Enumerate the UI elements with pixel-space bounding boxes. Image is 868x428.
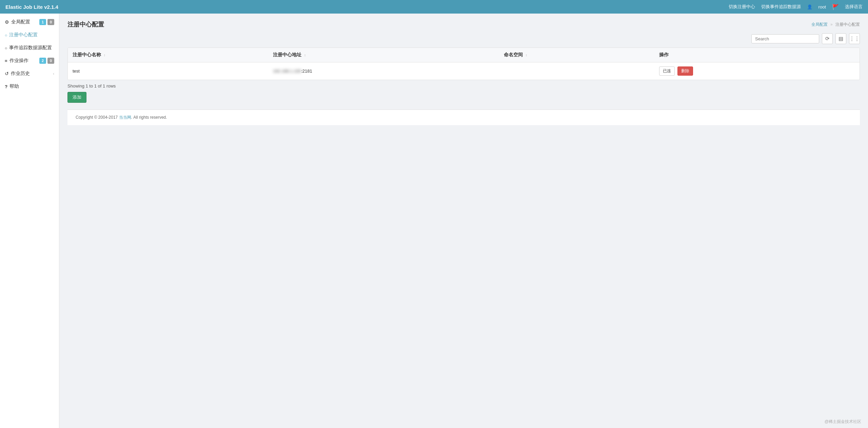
- sidebar-item-label: 事件追踪数据源配置: [9, 45, 52, 51]
- add-button[interactable]: 添加: [67, 92, 86, 103]
- breadcrumb-separator: »: [830, 22, 833, 27]
- cell-namespace: [499, 62, 654, 80]
- sidebar-item-registry-config[interactable]: 注册中心配置: [0, 28, 59, 41]
- page-title: 注册中心配置: [67, 20, 104, 28]
- table-header-row: 注册中心名称 ↕ 注册中心地址 ↕ 命名空间 ↕ 操作: [68, 48, 860, 62]
- copyright-text: Copyright © 2004-2017: [76, 115, 119, 120]
- sidebar-item-label: 作业历史: [11, 71, 30, 77]
- page-header: 注册中心配置 全局配置 » 注册中心配置: [67, 20, 860, 28]
- cell-actions: 已连 删除: [654, 62, 860, 80]
- data-table: 注册中心名称 ↕ 注册中心地址 ↕ 命名空间 ↕ 操作: [67, 47, 860, 80]
- sidebar-item-label: 作业操作: [9, 58, 28, 64]
- footer: Copyright © 2004-2017 当当网. All rights re…: [67, 110, 860, 125]
- topnav-right: 切换注册中心 切换事件追踪数据源 👤 root 🚩 选择语言: [729, 4, 863, 10]
- toolbar: ⟳ ▤ ⋮⋮: [67, 33, 860, 44]
- sidebar-item-label: 全局配置: [11, 19, 30, 25]
- top-navigation: Elastic Job Lite v2.1.4 切换注册中心 切换事件追踪数据源…: [0, 0, 868, 14]
- sidebar-item-job-operations[interactable]: 作业操作 2 0: [0, 54, 59, 67]
- badge-blue: 1: [39, 19, 46, 25]
- sort-icon: ↕: [104, 53, 105, 57]
- badge-gray: 0: [47, 58, 54, 64]
- col-header-namespace: 命名空间 ↕: [499, 48, 654, 62]
- table-row: test 192.168.1.100:2181 已连 删除: [68, 62, 860, 80]
- search-input[interactable]: [751, 34, 819, 43]
- list-icon: ▤: [839, 36, 843, 42]
- history-icon: [5, 71, 9, 76]
- pagination-info: Showing 1 to 1 of 1 rows: [67, 83, 860, 89]
- doc-icon: [5, 58, 7, 63]
- sidebar-item-help[interactable]: 帮助: [0, 80, 59, 93]
- help-icon: [5, 84, 7, 89]
- sort-icon: ↕: [526, 53, 527, 57]
- circle-icon: [5, 45, 7, 51]
- breadcrumb-current: 注册中心配置: [835, 22, 860, 27]
- flag-icon: 🚩: [832, 4, 839, 10]
- breadcrumb: 全局配置 » 注册中心配置: [811, 22, 860, 27]
- refresh-button[interactable]: ⟳: [822, 33, 833, 44]
- footer-link[interactable]: 当当网: [119, 115, 131, 120]
- registry-table: 注册中心名称 ↕ 注册中心地址 ↕ 命名空间 ↕ 操作: [68, 48, 860, 80]
- user-label[interactable]: root: [818, 4, 826, 9]
- delete-button[interactable]: 删除: [677, 66, 693, 76]
- breadcrumb-home[interactable]: 全局配置: [811, 22, 828, 27]
- col-header-actions: 操作: [654, 48, 860, 62]
- col-header-address: 注册中心地址 ↕: [268, 48, 499, 62]
- select-language-link[interactable]: 选择语言: [845, 4, 863, 10]
- user-icon: 👤: [807, 4, 812, 9]
- cell-name: test: [68, 62, 268, 80]
- sidebar-item-label: 帮助: [9, 83, 19, 90]
- sidebar: 全局配置 1 0 注册中心配置 事件追踪数据源配置 作业操作 2 0 作业历史: [0, 14, 59, 428]
- rights-text: . All rights reserved.: [131, 115, 167, 120]
- sidebar-item-event-trace-config[interactable]: 事件追踪数据源配置: [0, 41, 59, 54]
- main-content: 注册中心配置 全局配置 » 注册中心配置 ⟳ ▤ ⋮⋮: [59, 14, 868, 428]
- connect-button[interactable]: 已连: [659, 66, 675, 76]
- sort-icon: ↕: [304, 53, 306, 57]
- layout: 全局配置 1 0 注册中心配置 事件追踪数据源配置 作业操作 2 0 作业历史: [0, 0, 868, 428]
- collapse-icon: ‹: [53, 72, 54, 76]
- watermark: @稀土掘金技术社区: [825, 419, 861, 425]
- refresh-icon: ⟳: [825, 36, 830, 42]
- col-header-name: 注册中心名称 ↕: [68, 48, 268, 62]
- grid-icon: ⋮⋮: [849, 36, 860, 42]
- cell-address: 192.168.1.100:2181: [268, 62, 499, 80]
- cell-address-visible: :2181: [301, 69, 312, 74]
- cell-address-blurred: 192.168.1.100: [273, 69, 301, 74]
- switch-event-trace-link[interactable]: 切换事件追踪数据源: [761, 4, 801, 10]
- sidebar-item-global-config[interactable]: 全局配置 1 0: [0, 16, 59, 28]
- app-title: Elastic Job Lite v2.1.4: [5, 4, 58, 10]
- sidebar-item-label: 注册中心配置: [9, 32, 38, 38]
- switch-registry-link[interactable]: 切换注册中心: [729, 4, 755, 10]
- sidebar-badges: 2 0: [39, 58, 54, 64]
- list-view-button[interactable]: ▤: [835, 33, 846, 44]
- gear-icon: [5, 19, 9, 25]
- sidebar-item-job-history[interactable]: 作业历史 ‹: [0, 67, 59, 80]
- add-button-area: 添加: [67, 92, 860, 103]
- circle-icon: [5, 33, 7, 38]
- grid-view-button[interactable]: ⋮⋮: [849, 33, 860, 44]
- sidebar-badges: 1 0: [39, 19, 54, 25]
- badge-gray: 0: [47, 19, 54, 25]
- badge-blue: 2: [39, 58, 46, 64]
